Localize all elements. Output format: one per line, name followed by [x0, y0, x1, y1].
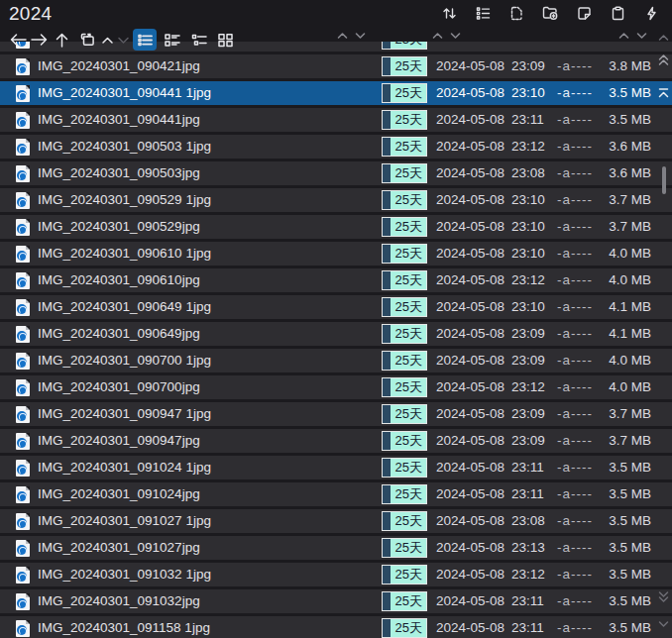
age-label: 25天	[395, 459, 422, 477]
scroll-jump-up-icon[interactable]	[656, 53, 670, 66]
scroll-step-up-icon[interactable]	[656, 34, 670, 42]
file-date: 2024-05-08	[436, 54, 504, 78]
chevron-down-icon	[636, 32, 647, 40]
sort-column-badge[interactable]	[337, 32, 366, 40]
file-date: 2024-05-08	[436, 242, 504, 266]
up-icon[interactable]	[50, 29, 73, 51]
file-row[interactable]: IMG_20240301_090503 1jpg 25天 2024-05-08 …	[0, 135, 672, 159]
file-age-badge: 25天	[382, 538, 427, 558]
jpg-file-icon	[16, 272, 30, 289]
file-age-badge: 25天	[382, 324, 427, 344]
file-name: IMG_20240301_091032jpg	[38, 589, 200, 613]
sort-column-size[interactable]	[618, 32, 647, 40]
file-date: 2024-05-08	[436, 402, 504, 426]
file-time: 23:08	[511, 161, 545, 185]
scroll-jump-down-icon[interactable]	[656, 590, 670, 603]
sort-column-date[interactable]	[432, 32, 461, 40]
file-age-badge: 25天	[382, 42, 427, 50]
paste-clipboard-icon[interactable]	[607, 2, 628, 24]
file-row[interactable]: IMG_20240301_091032 1jpg 25天 2024-05-08 …	[0, 563, 672, 586]
file-row[interactable]: IMG_20240301_090441jpg 25天 2024-05-08 23…	[0, 108, 672, 132]
jpg-file-icon	[16, 406, 30, 423]
scrollbar[interactable]	[654, 30, 672, 638]
file-time: 23:11	[511, 456, 544, 479]
age-progress-fill	[383, 512, 391, 530]
file-time: 23:12	[511, 563, 545, 586]
file-row[interactable]: IMG_20240301_091027jpg 25天 2024-05-08 23…	[0, 536, 672, 560]
jpg-file-icon	[16, 433, 30, 450]
quick-actions-icon[interactable]	[640, 2, 662, 24]
details-list-icon[interactable]	[472, 2, 494, 24]
file-row[interactable]: IMG_20240301_091024 1jpg 25天 2024-05-08 …	[0, 456, 672, 479]
age-label: 25天	[395, 84, 422, 102]
file-row[interactable]: IMG_20240301_090610jpg 25天 2024-05-08 23…	[0, 268, 672, 292]
file-row[interactable]: IMG_20240301_090529 1jpg 25天 2024-05-08 …	[0, 188, 672, 212]
file-row[interactable]: IMG_20240301_091032jpg 25天 2024-05-08 23…	[0, 589, 672, 613]
scrollbar-thumb[interactable]	[662, 166, 666, 194]
file-row[interactable]: IMG_20240301_091158 1jpg 25天 2024-05-08 …	[0, 616, 672, 638]
file-date: 2024-05-08	[436, 188, 504, 212]
file-row[interactable]: IMG_20240301_090441 1jpg 25天 2024-05-08 …	[0, 81, 672, 105]
expand-icon[interactable]	[111, 29, 135, 51]
jpg-file-icon	[16, 246, 30, 263]
file-row[interactable]: IMG_20240301_090649 1jpg 25天 2024-05-08 …	[0, 295, 672, 319]
file-row[interactable]: IMG_20240301_090700 1jpg 25天 2024-05-08 …	[0, 349, 672, 372]
file-age-badge: 25天	[382, 431, 427, 451]
file-row[interactable]: IMG_20240301_091024jpg 25天 2024-05-08 23…	[0, 482, 672, 506]
file-time: 23:09	[511, 402, 545, 426]
file-row[interactable]: IMG_20240301_090700jpg 25天 2024-05-08 23…	[0, 375, 672, 399]
titlebar-actions	[438, 2, 662, 24]
age-progress-fill	[383, 57, 391, 75]
file-size: 3.6 MB	[575, 135, 651, 159]
file-row[interactable]: IMG_20240301_090947jpg 25天 2024-05-08 23…	[0, 429, 672, 453]
file-row[interactable]: IMG_20240301_091027 1jpg 25天 2024-05-08 …	[0, 509, 672, 533]
file-age-badge: 25天	[382, 190, 427, 210]
file-row[interactable]: IMG_20240301_090421jpg 25天 2024-05-08 23…	[0, 54, 672, 78]
age-label: 25天	[395, 111, 422, 129]
chevron-up-icon	[432, 32, 443, 40]
compact-view-icon[interactable]	[187, 29, 211, 51]
file-name: IMG_20240301_090421jpg	[38, 54, 200, 78]
file-time: 23:12	[511, 375, 545, 399]
file-row[interactable]: IMG_20240301_090503jpg 25天 2024-05-08 23…	[0, 161, 672, 185]
file-age-badge: 25天	[382, 618, 427, 638]
file-name: IMG_20240301_090700jpg	[38, 375, 200, 399]
file-date: 2024-05-08	[436, 81, 504, 105]
file-size: 3.7 MB	[575, 215, 651, 239]
file-age-badge: 25天	[382, 163, 427, 183]
file-name: IMG_20240301_091032 1jpg	[38, 563, 211, 586]
jpg-file-icon	[16, 326, 30, 343]
chevron-down-icon	[450, 32, 461, 40]
file-row[interactable]: IMG_20240301_090529jpg 25天 2024-05-08 23…	[0, 215, 672, 239]
jpg-file-icon	[16, 58, 30, 75]
file-row[interactable]: IMG_20240301_090610 1jpg 25天 2024-05-08 …	[0, 242, 672, 266]
file-age-badge: 25天	[382, 377, 427, 397]
file-age-badge: 25天	[382, 270, 427, 290]
jpg-file-icon	[16, 139, 30, 156]
jpg-file-icon	[16, 513, 30, 530]
file-time: 23:09	[511, 429, 545, 453]
scroll-to-selection-icon[interactable]	[656, 87, 670, 99]
file-size: 3.6 MB	[575, 161, 651, 185]
grid-view-icon[interactable]	[213, 29, 237, 51]
file-size: 3.5 MB	[575, 589, 651, 613]
jpg-file-icon	[16, 486, 30, 503]
content-view-icon[interactable]	[161, 29, 184, 51]
file-size: 4.0 MB	[575, 268, 651, 292]
file-name: IMG_20240301_090947jpg	[38, 429, 200, 453]
age-progress-fill	[383, 432, 391, 450]
age-label: 25天	[395, 566, 422, 584]
forward-icon[interactable]	[27, 29, 51, 51]
age-label: 25天	[395, 271, 422, 289]
file-name: IMG_20240301_090700 1jpg	[38, 349, 211, 372]
sort-order-icon[interactable]	[438, 2, 460, 24]
file-row[interactable]: IMG_20240301_090649jpg 25天 2024-05-08 23…	[0, 322, 672, 346]
new-folder-icon[interactable]	[539, 2, 561, 24]
scroll-step-down-icon[interactable]	[656, 620, 670, 628]
age-label: 25天	[395, 405, 422, 423]
select-file-icon[interactable]	[505, 2, 527, 24]
details-view-icon[interactable]	[133, 29, 157, 51]
file-row[interactable]: IMG_20240301_090947 1jpg 25天 2024-05-08 …	[0, 402, 672, 426]
new-note-icon[interactable]	[573, 2, 595, 24]
file-size: 3.5 MB	[575, 616, 651, 638]
